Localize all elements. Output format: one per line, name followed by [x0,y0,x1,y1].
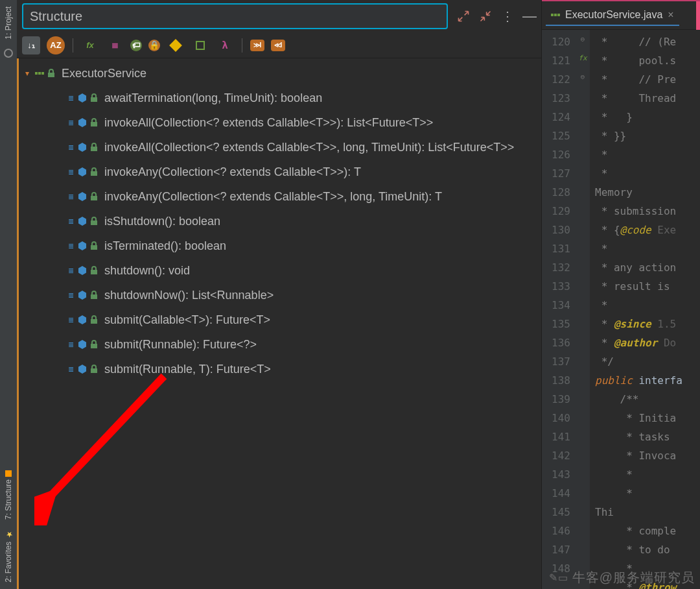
lock-icon [46,68,56,78]
minimize-icon[interactable]: — [523,10,536,23]
options-icon[interactable]: ⋮ [501,10,514,23]
method-icon [77,339,88,350]
lock-icon [89,364,99,374]
lock-icon [89,315,99,325]
method-label: submit(Callable<T>): Future<T> [104,313,270,327]
lock-icon [89,290,99,300]
sort-icon: ≣ [65,290,76,300]
lock-icon [89,216,99,226]
favorites-tab-label: 2: Favorites [4,542,13,583]
sort-icon: ≣ [65,339,76,350]
method-icon [77,241,88,251]
tab-filename: ExecutorService.java [565,9,662,21]
chevron-down-icon[interactable]: ▾ [23,69,32,78]
show-fields-button[interactable]: fx [81,36,99,54]
tool-window-rail: 1: Project 7: Structure 2: Favorites ★ [0,0,17,589]
method-icon [77,315,88,325]
impl-out-button[interactable]: ≪I [271,40,285,51]
lock-icon [89,241,99,251]
close-tab-icon[interactable]: × [668,9,673,21]
method-label: isShutdown(): boolean [104,215,220,228]
structure-icon [5,470,12,477]
method-icon [77,290,88,300]
tree-method[interactable]: ≣awaitTermination(long, TimeUnit): boole… [19,86,541,110]
annotation-arrow [34,363,196,525]
lock-icon [89,339,99,350]
sort-icon: ≣ [65,142,76,152]
method-label: invokeAll(Collection<? extends Callable<… [104,141,514,154]
project-tool-tab[interactable]: 1: Project [3,4,14,42]
show-list-button[interactable]: ≣ [106,36,124,54]
sort-icon: ≣ [65,241,76,251]
tree-method[interactable]: ≣shutdownNow(): List<Runnable> [19,283,541,307]
tree-method[interactable]: ≣isShutdown(): boolean [19,209,541,234]
interface-icon [34,68,45,78]
tree-method[interactable]: ≣invokeAll(Collection<? extends Callable… [19,110,541,135]
tag-icon[interactable]: 🏷 [130,40,142,51]
sort-button[interactable]: ↓₁ [22,36,40,54]
watermark: ✎▭牛客@服务端研究员 [549,569,695,586]
structure-panel: ⋮ — ↓₁ AZ fx ≣ 🏷 🔒 λ ≫I ≪I ▾ ExecutorSer… [17,0,542,589]
method-label: submit(Runnable): Future<?> [104,338,257,352]
method-icon [77,142,88,152]
lambda-button[interactable]: λ [216,36,234,54]
structure-tool-tab[interactable]: 7: Structure [3,468,14,522]
lock-icon [89,167,99,177]
method-icon [77,265,88,276]
sort-icon: ≣ [65,265,76,276]
tree-method[interactable]: ≣shutdown(): void [19,258,541,283]
scrollbar-marker [696,1,700,30]
impl-in-button[interactable]: ≫I [250,40,264,51]
lock-icon [89,93,99,103]
method-icon [77,191,88,202]
separator [73,38,73,53]
editor-tabbar: ExecutorService.java × [542,1,700,30]
structure-toolbar: ↓₁ AZ fx ≣ 🏷 🔒 λ ≫I ≪I [17,32,541,58]
lock-icon [89,265,99,276]
method-label: invokeAny(Collection<? extends Callable<… [104,165,361,179]
sort-icon: ≣ [65,315,76,325]
separator [242,38,242,53]
lock-icon [89,117,99,128]
tree-method[interactable]: ≣invokeAny(Collection<? extends Callable… [19,160,541,184]
method-label: shutdown(): void [104,264,190,278]
project-target-icon [4,49,13,58]
tree-method[interactable]: ≣submit(Callable<T>): Future<T> [19,307,541,332]
method-icon [77,93,88,103]
tree-method[interactable]: ≣submit(Runnable): Future<?> [19,332,541,357]
structure-tree[interactable]: ▾ ExecutorService ≣awaitTermination(long… [17,58,541,589]
gutter-marks: ⊖fx⊖ [576,30,590,589]
method-label: isTerminated(): boolean [104,239,226,253]
tree-method[interactable]: ≣invokeAll(Collection<? extends Callable… [19,135,541,160]
structure-search-input[interactable] [22,3,448,29]
method-icon [77,364,88,374]
lock-icon [89,191,99,202]
method-icon [77,117,88,128]
sort-icon: ≣ [65,117,76,128]
lock-toolbar-icon[interactable]: 🔒 [148,40,160,51]
editor-panel: ExecutorService.java × 12012112212312412… [542,0,700,589]
favorites-tool-tab[interactable]: 2: Favorites ★ [3,530,14,585]
method-icon [77,216,88,226]
editor-tab[interactable]: ExecutorService.java × [546,5,679,26]
tree-method[interactable]: ≣submit(Runnable, T): Future<T> [19,357,541,381]
sort-icon: ≣ [65,364,76,374]
method-label: invokeAny(Collection<? extends Callable<… [104,190,442,204]
code-lines[interactable]: * // (Re * pool.s * // Pre * Thread * } … [590,30,700,589]
collapse-icon[interactable] [479,10,492,23]
sort-icon: ≣ [65,167,76,177]
project-tab-label: 1: Project [4,6,13,40]
diamond-icon[interactable] [167,36,185,54]
root-label: ExecutorService [62,67,146,80]
sort-icon: ≣ [65,216,76,226]
expand-icon[interactable] [457,10,470,23]
sort-alpha-button[interactable]: AZ [47,36,65,54]
code-editor[interactable]: 1201211221231241251261271281291301311321… [542,30,700,589]
tree-method[interactable]: ≣isTerminated(): boolean [19,234,541,258]
method-label: submit(Runnable, T): Future<T> [104,363,271,376]
tree-method[interactable]: ≣invokeAny(Collection<? extends Callable… [19,184,541,209]
focus-icon[interactable] [191,36,209,54]
method-label: shutdownNow(): List<Runnable> [104,289,274,302]
svg-line-0 [47,376,164,499]
tree-root[interactable]: ▾ ExecutorService [19,61,541,86]
